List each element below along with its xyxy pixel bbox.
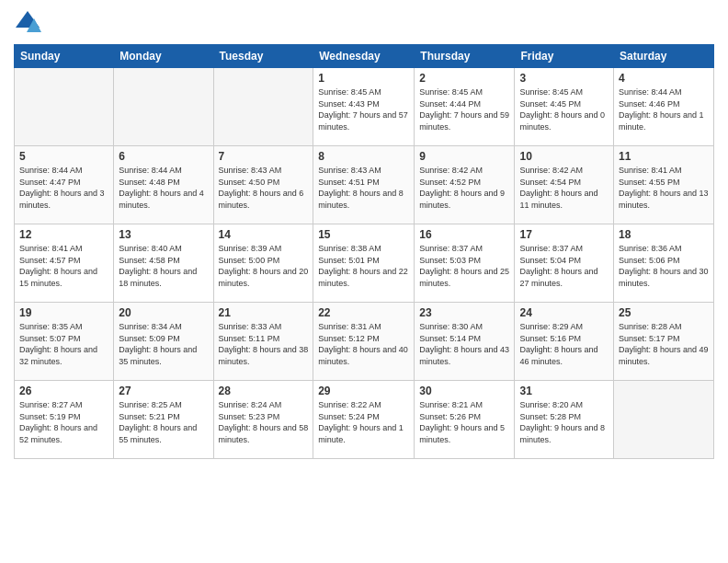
calendar-header-saturday: Saturday	[614, 45, 714, 68]
day-number: 17	[519, 228, 609, 241]
logo	[14, 9, 45, 37]
day-info: Sunrise: 8:44 AM Sunset: 4:48 PM Dayligh…	[119, 165, 208, 211]
day-info: Sunrise: 8:35 AM Sunset: 5:07 PM Dayligh…	[19, 321, 108, 367]
day-number: 27	[119, 385, 208, 397]
calendar-cell: 26Sunrise: 8:27 AM Sunset: 5:19 PM Dayli…	[15, 381, 114, 459]
day-info: Sunrise: 8:43 AM Sunset: 4:50 PM Dayligh…	[219, 165, 309, 211]
day-number: 9	[419, 150, 509, 163]
calendar-cell: 16Sunrise: 8:37 AM Sunset: 5:03 PM Dayli…	[415, 224, 515, 303]
day-number: 24	[519, 306, 609, 319]
calendar-header-thursday: Thursday	[415, 45, 515, 68]
day-info: Sunrise: 8:37 AM Sunset: 5:04 PM Dayligh…	[519, 243, 609, 289]
day-number: 15	[318, 228, 409, 241]
day-info: Sunrise: 8:44 AM Sunset: 4:47 PM Dayligh…	[19, 165, 108, 211]
calendar-cell	[15, 68, 114, 146]
day-number: 21	[219, 306, 309, 319]
day-info: Sunrise: 8:30 AM Sunset: 5:14 PM Dayligh…	[419, 321, 509, 367]
day-number: 19	[19, 306, 108, 319]
day-number: 2	[419, 72, 509, 85]
calendar-cell: 31Sunrise: 8:20 AM Sunset: 5:28 PM Dayli…	[515, 381, 614, 459]
day-number: 30	[419, 385, 509, 397]
calendar-cell: 24Sunrise: 8:29 AM Sunset: 5:16 PM Dayli…	[515, 303, 614, 381]
calendar-cell: 23Sunrise: 8:30 AM Sunset: 5:14 PM Dayli…	[415, 303, 515, 381]
day-info: Sunrise: 8:24 AM Sunset: 5:23 PM Dayligh…	[219, 399, 309, 445]
day-number: 26	[19, 385, 108, 397]
calendar-cell: 19Sunrise: 8:35 AM Sunset: 5:07 PM Dayli…	[15, 303, 114, 381]
day-info: Sunrise: 8:40 AM Sunset: 4:58 PM Dayligh…	[119, 243, 208, 289]
day-number: 14	[219, 228, 309, 241]
day-info: Sunrise: 8:21 AM Sunset: 5:26 PM Dayligh…	[419, 399, 509, 445]
calendar-cell: 9Sunrise: 8:42 AM Sunset: 4:52 PM Daylig…	[415, 146, 515, 224]
day-number: 20	[119, 306, 208, 319]
calendar-cell: 13Sunrise: 8:40 AM Sunset: 4:58 PM Dayli…	[114, 224, 213, 303]
day-info: Sunrise: 8:27 AM Sunset: 5:19 PM Dayligh…	[19, 399, 108, 445]
calendar-cell: 3Sunrise: 8:45 AM Sunset: 4:45 PM Daylig…	[515, 68, 614, 146]
day-info: Sunrise: 8:45 AM Sunset: 4:44 PM Dayligh…	[419, 86, 509, 132]
day-number: 7	[219, 150, 309, 163]
day-number: 6	[119, 150, 208, 163]
day-info: Sunrise: 8:34 AM Sunset: 5:09 PM Dayligh…	[119, 321, 208, 367]
day-number: 5	[19, 150, 108, 163]
page: SundayMondayTuesdayWednesdayThursdayFrid…	[0, 0, 728, 563]
calendar-cell: 15Sunrise: 8:38 AM Sunset: 5:01 PM Dayli…	[313, 224, 415, 303]
calendar-cell: 18Sunrise: 8:36 AM Sunset: 5:06 PM Dayli…	[614, 224, 714, 303]
calendar-cell: 30Sunrise: 8:21 AM Sunset: 5:26 PM Dayli…	[415, 381, 515, 459]
calendar-cell: 28Sunrise: 8:24 AM Sunset: 5:23 PM Dayli…	[213, 381, 313, 459]
calendar-cell: 1Sunrise: 8:45 AM Sunset: 4:43 PM Daylig…	[313, 68, 415, 146]
header	[14, 9, 714, 37]
calendar-cell: 12Sunrise: 8:41 AM Sunset: 4:57 PM Dayli…	[15, 224, 114, 303]
day-info: Sunrise: 8:37 AM Sunset: 5:03 PM Dayligh…	[419, 243, 509, 289]
calendar-header-monday: Monday	[114, 45, 213, 68]
logo-icon	[14, 9, 41, 37]
day-info: Sunrise: 8:41 AM Sunset: 4:57 PM Dayligh…	[19, 243, 108, 289]
day-info: Sunrise: 8:39 AM Sunset: 5:00 PM Dayligh…	[219, 243, 309, 289]
calendar-week-5: 26Sunrise: 8:27 AM Sunset: 5:19 PM Dayli…	[15, 381, 714, 459]
day-info: Sunrise: 8:20 AM Sunset: 5:28 PM Dayligh…	[519, 399, 609, 445]
day-number: 31	[519, 385, 609, 397]
calendar-cell: 17Sunrise: 8:37 AM Sunset: 5:04 PM Dayli…	[515, 224, 614, 303]
calendar-cell: 25Sunrise: 8:28 AM Sunset: 5:17 PM Dayli…	[614, 303, 714, 381]
day-number: 23	[419, 306, 509, 319]
day-info: Sunrise: 8:38 AM Sunset: 5:01 PM Dayligh…	[318, 243, 409, 289]
calendar-table: SundayMondayTuesdayWednesdayThursdayFrid…	[14, 44, 714, 459]
day-info: Sunrise: 8:43 AM Sunset: 4:51 PM Dayligh…	[318, 165, 409, 211]
day-number: 16	[419, 228, 509, 241]
calendar-cell: 29Sunrise: 8:22 AM Sunset: 5:24 PM Dayli…	[313, 381, 415, 459]
day-info: Sunrise: 8:42 AM Sunset: 4:54 PM Dayligh…	[519, 165, 609, 211]
calendar-header-friday: Friday	[515, 45, 614, 68]
day-info: Sunrise: 8:44 AM Sunset: 4:46 PM Dayligh…	[619, 86, 709, 132]
day-info: Sunrise: 8:45 AM Sunset: 4:43 PM Dayligh…	[318, 86, 409, 132]
day-number: 28	[219, 385, 309, 397]
calendar-week-1: 1Sunrise: 8:45 AM Sunset: 4:43 PM Daylig…	[15, 68, 714, 146]
calendar-cell: 6Sunrise: 8:44 AM Sunset: 4:48 PM Daylig…	[114, 146, 213, 224]
calendar-cell	[114, 68, 213, 146]
day-number: 11	[619, 150, 709, 163]
calendar-week-4: 19Sunrise: 8:35 AM Sunset: 5:07 PM Dayli…	[15, 303, 714, 381]
day-number: 12	[19, 228, 108, 241]
day-number: 10	[519, 150, 609, 163]
day-number: 22	[318, 306, 409, 319]
calendar-cell: 22Sunrise: 8:31 AM Sunset: 5:12 PM Dayli…	[313, 303, 415, 381]
calendar-cell: 8Sunrise: 8:43 AM Sunset: 4:51 PM Daylig…	[313, 146, 415, 224]
day-info: Sunrise: 8:29 AM Sunset: 5:16 PM Dayligh…	[519, 321, 609, 367]
calendar-week-3: 12Sunrise: 8:41 AM Sunset: 4:57 PM Dayli…	[15, 224, 714, 303]
calendar-cell: 5Sunrise: 8:44 AM Sunset: 4:47 PM Daylig…	[15, 146, 114, 224]
day-info: Sunrise: 8:41 AM Sunset: 4:55 PM Dayligh…	[619, 165, 709, 211]
day-info: Sunrise: 8:28 AM Sunset: 5:17 PM Dayligh…	[619, 321, 709, 367]
day-info: Sunrise: 8:31 AM Sunset: 5:12 PM Dayligh…	[318, 321, 409, 367]
calendar-header-row: SundayMondayTuesdayWednesdayThursdayFrid…	[15, 45, 714, 68]
day-number: 1	[318, 72, 409, 85]
calendar-cell	[213, 68, 313, 146]
calendar-cell: 2Sunrise: 8:45 AM Sunset: 4:44 PM Daylig…	[415, 68, 515, 146]
day-number: 29	[318, 385, 409, 397]
calendar-cell: 20Sunrise: 8:34 AM Sunset: 5:09 PM Dayli…	[114, 303, 213, 381]
calendar-cell	[614, 381, 714, 459]
calendar-cell: 4Sunrise: 8:44 AM Sunset: 4:46 PM Daylig…	[614, 68, 714, 146]
calendar-cell: 11Sunrise: 8:41 AM Sunset: 4:55 PM Dayli…	[614, 146, 714, 224]
calendar-header-tuesday: Tuesday	[213, 45, 313, 68]
calendar-cell: 21Sunrise: 8:33 AM Sunset: 5:11 PM Dayli…	[213, 303, 313, 381]
day-info: Sunrise: 8:33 AM Sunset: 5:11 PM Dayligh…	[219, 321, 309, 367]
day-info: Sunrise: 8:22 AM Sunset: 5:24 PM Dayligh…	[318, 399, 409, 445]
day-info: Sunrise: 8:42 AM Sunset: 4:52 PM Dayligh…	[419, 165, 509, 211]
calendar-header-sunday: Sunday	[15, 45, 114, 68]
